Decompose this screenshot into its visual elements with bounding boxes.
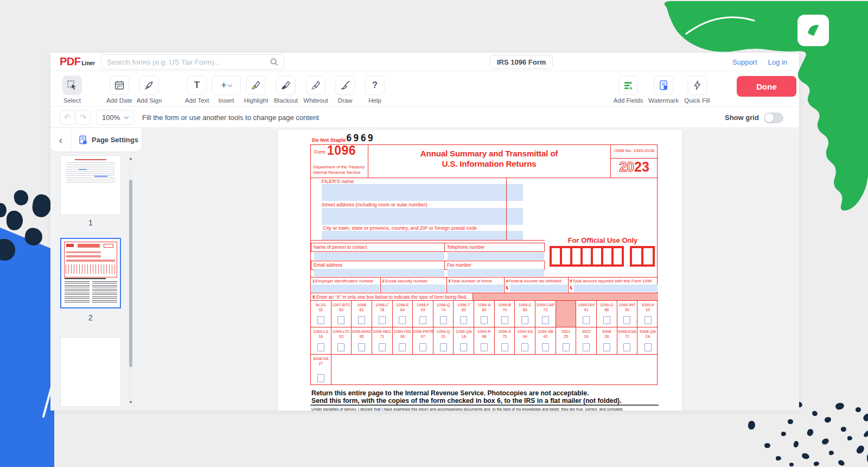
form-type-cell: 1099-MISC95 xyxy=(352,327,372,354)
type-checkbox-1099-SB[interactable] xyxy=(542,343,549,351)
type-checkbox-5498-ESA[interactable] xyxy=(623,343,630,351)
tax-withheld-field[interactable] xyxy=(510,285,567,292)
type-checkbox-1099-QA[interactable] xyxy=(460,343,467,351)
add-text-button[interactable]: T Add Text xyxy=(185,75,209,104)
select-tool-button[interactable]: Select xyxy=(62,75,82,104)
search-icon[interactable] xyxy=(270,58,278,66)
type-checkbox-1099-G[interactable] xyxy=(603,316,610,324)
whiteout-button[interactable]: Whiteout xyxy=(303,75,328,104)
form-type-name: 1099-SA xyxy=(517,329,533,334)
type-checkbox-5498-QA[interactable] xyxy=(644,343,652,351)
show-grid-toggle[interactable] xyxy=(764,112,783,123)
form-type-cell: 1098-T83 xyxy=(454,301,474,327)
form-type-code: 26 xyxy=(584,334,589,339)
type-checkbox-1098-E[interactable] xyxy=(399,316,406,324)
top-links: Support Log in xyxy=(732,53,787,71)
highlight-button[interactable]: Highlight xyxy=(244,75,269,104)
street-field[interactable] xyxy=(322,208,523,225)
type-checkbox-W-2G[interactable] xyxy=(317,316,324,324)
page-thumbnail-3[interactable] xyxy=(60,337,121,407)
add-sign-button[interactable]: Add Sign xyxy=(137,75,162,104)
form-type-code: 31 xyxy=(441,334,445,339)
form-type-code: 50 xyxy=(339,307,343,312)
type-checkbox-3921[interactable] xyxy=(563,343,570,351)
contact-name-field[interactable] xyxy=(314,253,444,260)
watermark-button[interactable]: Watermark xyxy=(648,75,679,104)
scroll-up-arrow[interactable]: ▲ xyxy=(128,156,133,160)
type-checkbox-1099-A[interactable] xyxy=(481,316,488,324)
zoom-select[interactable]: 100% xyxy=(96,110,134,125)
pdfliner-logo[interactable]: PDF Liner xyxy=(60,55,95,67)
type-checkbox-1097-BTC[interactable] xyxy=(337,316,344,324)
phone-field[interactable] xyxy=(448,253,544,260)
box3-label: 3Total number of forms xyxy=(448,279,492,283)
form-type-name: 1099-G xyxy=(600,302,614,307)
quick-fill-button[interactable]: Quick Fill xyxy=(684,75,710,104)
draw-button[interactable]: Draw xyxy=(335,75,355,104)
scroll-down-arrow[interactable]: ▼ xyxy=(128,400,133,404)
return-instruction-1: Return this entire page to the Internal … xyxy=(311,389,589,397)
type-checkbox-1098-C[interactable] xyxy=(379,316,386,324)
thumb-decoration xyxy=(66,251,101,254)
add-fields-button[interactable]: Add Fields xyxy=(614,75,643,104)
type-checkbox-1098-T[interactable] xyxy=(460,316,467,324)
add-fields-icon xyxy=(623,80,634,91)
type-checkbox-1098[interactable] xyxy=(358,316,365,324)
type-checkbox-1099-CAP[interactable] xyxy=(542,316,549,324)
type-checkbox-1099-K[interactable] xyxy=(644,316,652,324)
ink-dot xyxy=(748,420,756,430)
type-checkbox-1099-C[interactable] xyxy=(521,316,528,324)
type-checkbox-3922[interactable] xyxy=(583,343,590,351)
total-forms-field[interactable] xyxy=(447,285,503,292)
type-checkbox-1099-B[interactable] xyxy=(501,316,508,324)
support-link[interactable]: Support xyxy=(732,58,757,66)
type-checkbox-1099-S[interactable] xyxy=(501,343,508,351)
type-checkbox-1099-R[interactable] xyxy=(481,343,488,351)
collapse-panel-button[interactable]: ‹ xyxy=(50,128,71,152)
type-checkbox-1098-Q[interactable] xyxy=(440,316,447,324)
type-checkbox-5498[interactable] xyxy=(603,343,610,351)
form-type-cell: 1098-C78 xyxy=(372,301,393,327)
type-checkbox-1098-F[interactable] xyxy=(419,316,426,324)
type-checkbox-1099-LTC[interactable] xyxy=(337,343,344,351)
omb-number: OMB No. 1545-0108 xyxy=(610,148,658,153)
type-checkbox-1099-DIV[interactable] xyxy=(583,316,590,324)
total-amount-field[interactable] xyxy=(574,285,658,292)
ssn-field[interactable] xyxy=(381,285,446,292)
city-field[interactable] xyxy=(322,231,523,240)
type-checkbox-1099-NEC[interactable] xyxy=(379,343,386,351)
done-button[interactable]: Done xyxy=(737,76,796,97)
type-checkbox-1099-Q[interactable] xyxy=(440,343,447,351)
blackout-button[interactable]: Blackout xyxy=(274,75,298,104)
form-type-cell: 1099-A80 xyxy=(474,301,495,327)
search-input[interactable] xyxy=(101,58,270,66)
panel-scrollbar-thumb[interactable] xyxy=(129,180,132,367)
form-type-code: 91 xyxy=(584,307,589,312)
type-checkbox-1099-OID[interactable] xyxy=(399,343,406,351)
redo-button[interactable]: ↷ xyxy=(75,110,91,125)
search-box[interactable] xyxy=(101,54,284,70)
form-type-name: 1098-F xyxy=(417,302,429,307)
login-link[interactable]: Log in xyxy=(768,58,787,66)
fax-field[interactable] xyxy=(448,269,544,276)
type-checkbox-1099-SA[interactable] xyxy=(521,343,528,351)
type-checkbox-1099-MISC[interactable] xyxy=(358,343,365,351)
ein-field[interactable] xyxy=(311,285,380,292)
type-checkbox-1099-LS[interactable] xyxy=(317,343,324,351)
undo-button[interactable]: ↶ xyxy=(60,110,75,125)
add-date-button[interactable]: Add Date xyxy=(106,75,132,104)
type-checkbox-5498-SA[interactable] xyxy=(317,374,324,382)
page-settings-button[interactable]: Page Settings xyxy=(71,128,138,152)
page-thumbnail-1[interactable] xyxy=(60,155,121,215)
insert-button[interactable]: + Insert xyxy=(212,75,241,104)
type-checkbox-1099-INT[interactable] xyxy=(623,316,630,324)
page-thumbnail-2[interactable] xyxy=(60,238,121,308)
email-field[interactable] xyxy=(314,269,444,276)
help-button[interactable]: ? Help xyxy=(365,75,385,104)
box1-text: Employer identification number xyxy=(315,279,373,283)
form-type-code: 28 xyxy=(604,334,609,339)
filer-name-field[interactable] xyxy=(322,184,523,201)
form-type-name: 1099-LS xyxy=(313,329,328,334)
type-checkbox-1099-PATR[interactable] xyxy=(419,343,426,351)
pen-icon xyxy=(144,80,155,91)
